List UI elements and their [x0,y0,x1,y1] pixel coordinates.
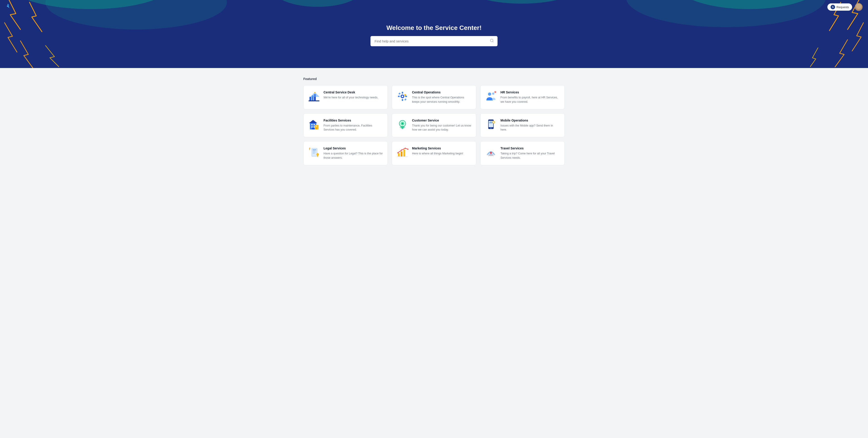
svg-rect-36 [313,126,315,128]
lightning-left-svg [0,0,80,68]
card-body-central-service-desk: Central Service Desk We're here for all … [323,91,378,100]
card-icon-marketing-services [397,146,408,158]
svg-rect-40 [316,126,317,127]
card-hr-services[interactable]: HR Services From benefits to payroll, he… [480,85,565,109]
svg-point-29 [488,93,491,96]
svg-marker-62 [309,147,310,150]
svg-rect-41 [316,128,317,130]
card-mobile-operations[interactable]: Mobile Operations Issues with the Mobile… [480,113,565,137]
svg-point-8 [45,0,227,30]
card-title-central-operations: Central Operations [412,91,471,94]
card-body-mobile-operations: Mobile Operations Issues with the Mobile… [500,119,560,132]
featured-cards-grid: Central Service Desk We're here for all … [303,85,565,165]
card-facilities-services[interactable]: Facilities Services From parties to main… [303,113,388,137]
card-desc-central-operations: This is the spot where Central Operation… [412,95,471,104]
hero-background [0,0,868,68]
svg-point-66 [398,153,399,154]
hero-banner: Welcome to the Service Center! [0,0,868,68]
card-body-hr-services: HR Services From benefits to payroll, he… [500,91,560,104]
card-legal-services[interactable]: Legal Services Have a question for Legal… [303,141,388,165]
svg-rect-13 [309,97,311,100]
hero-title: Welcome to the Service Center! [386,24,482,32]
card-icon-customer-service [397,119,408,130]
svg-rect-22 [402,99,403,101]
card-desc-central-service-desk: We're here for all of your technology ne… [323,95,378,100]
card-body-travel-services: Travel Services Taking a trip? Come here… [500,146,560,160]
card-marketing-services[interactable]: Marketing Services Here is where all thi… [392,141,476,165]
card-desc-legal-services: Have a question for Legal? This is the p… [323,151,383,160]
svg-rect-35 [311,126,313,128]
svg-rect-59 [313,152,316,153]
svg-rect-34 [313,124,315,125]
card-title-legal-services: Legal Services [323,146,383,150]
card-desc-mobile-operations: Issues with the Mobile app? Send them in… [500,124,560,132]
svg-rect-25 [398,93,401,95]
user-avatar[interactable] [855,3,863,11]
card-travel-services[interactable]: Travel Services Taking a trip? Come here… [480,141,565,165]
svg-rect-33 [311,124,313,125]
svg-rect-63 [398,153,400,157]
svg-point-27 [399,96,400,97]
card-central-operations[interactable]: Central Operations This is the spot wher… [392,85,476,109]
svg-point-47 [402,127,403,129]
requests-button[interactable]: 5 Requests [827,3,852,11]
card-title-travel-services: Travel Services [500,146,560,150]
svg-rect-64 [401,151,402,157]
card-icon-central-operations [397,91,408,102]
svg-point-72 [490,152,492,154]
svg-point-67 [401,149,402,151]
card-icon-central-service-desk [308,91,320,102]
svg-rect-21 [402,92,403,94]
card-title-mobile-operations: Mobile Operations [500,119,560,122]
card-desc-facilities-services: From parties to maintenance, Facilities … [323,124,383,132]
avatar-image [855,3,863,11]
card-icon-facilities-services [308,119,320,130]
card-central-service-desk[interactable]: Central Service Desk We're here for all … [303,85,388,109]
card-body-customer-service: Customer Service Thank you for being our… [412,119,471,132]
svg-marker-31 [494,91,496,93]
card-body-marketing-services: Marketing Services Here is where all thi… [412,146,463,156]
svg-rect-55 [493,122,494,123]
card-customer-service[interactable]: Customer Service Thank you for being our… [392,113,476,137]
requests-count: 5 [831,5,835,9]
logo-icon [4,3,11,9]
search-input[interactable] [370,36,498,46]
card-title-central-service-desk: Central Service Desk [323,91,378,94]
card-title-hr-services: HR Services [500,91,560,94]
card-title-marketing-services: Marketing Services [412,146,463,150]
svg-marker-38 [309,120,317,123]
svg-point-50 [491,128,491,129]
svg-point-4 [458,0,585,4]
card-title-facilities-services: Facilities Services [323,119,383,122]
card-desc-marketing-services: Here is where all things Marketing begin… [412,151,463,156]
svg-rect-26 [404,98,407,101]
svg-rect-57 [313,149,316,150]
svg-rect-37 [312,128,314,130]
svg-rect-24 [405,96,407,97]
svg-point-2 [272,0,363,7]
card-icon-travel-services [485,146,497,158]
card-desc-hr-services: From benefits to payroll, here at HR Ser… [500,95,560,104]
svg-point-20 [402,95,403,97]
svg-point-17 [314,92,316,93]
svg-point-44 [402,123,403,125]
svg-point-30 [492,93,494,95]
svg-marker-10 [6,4,9,8]
svg-point-6 [676,0,821,9]
top-navigation: 5 Requests [822,0,868,14]
requests-label: Requests [836,5,849,9]
featured-section-label: Featured [303,77,565,81]
svg-point-68 [405,148,406,149]
card-body-legal-services: Legal Services Have a question for Legal… [323,146,383,160]
search-bar [370,36,498,46]
card-icon-hr-services [485,91,497,102]
svg-rect-70 [397,157,408,157]
card-desc-customer-service: Thank you for being our customer! Let us… [412,124,471,132]
svg-point-0 [9,0,173,9]
card-icon-legal-services [308,146,320,158]
card-icon-mobile-operations [485,119,497,130]
card-body-central-operations: Central Operations This is the spot wher… [412,91,471,104]
svg-rect-60 [313,153,315,154]
app-logo[interactable] [4,3,11,10]
card-title-customer-service: Customer Service [412,119,471,122]
